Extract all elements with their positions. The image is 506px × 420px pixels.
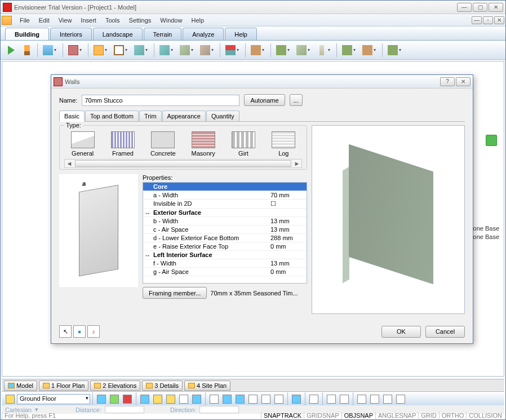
menu-settings[interactable]: Settings — [125, 16, 156, 25]
property-row[interactable]: b - Width13 mm — [143, 217, 307, 226]
walk-button[interactable] — [152, 393, 164, 405]
properties-list[interactable]: --Corea - Width70 mmInvisible in 2D☐--Ex… — [143, 182, 307, 284]
mdi-minimize[interactable]: — — [472, 16, 482, 24]
pattern-button[interactable] — [273, 393, 285, 405]
type-framed[interactable]: Framed — [104, 131, 141, 157]
dtab-basic[interactable]: Basic — [59, 110, 85, 122]
menu-window[interactable]: Window — [156, 16, 187, 25]
dtab-appearance[interactable]: Appearance — [162, 110, 206, 121]
doors-tool[interactable] — [91, 43, 110, 58]
rendered-button[interactable] — [247, 393, 259, 405]
property-row[interactable]: f - Width13 mm — [143, 259, 307, 268]
floors-tool[interactable] — [177, 43, 197, 58]
property-row[interactable]: g - Air Space0 mm — [143, 268, 307, 276]
name-input[interactable] — [82, 95, 239, 106]
close-button[interactable]: ✕ — [489, 3, 503, 12]
file-icon[interactable] — [2, 16, 12, 25]
snap-grid[interactable]: GRID — [418, 412, 439, 419]
property-row[interactable]: --Exterior Surface — [143, 209, 307, 217]
3d-button[interactable] — [121, 393, 134, 405]
scroll-thumb[interactable] — [75, 160, 291, 167]
windows-tool[interactable] — [112, 43, 131, 58]
dialog-close-button[interactable]: ✕ — [456, 77, 471, 86]
type-concrete[interactable]: Concrete — [145, 131, 181, 157]
roofs-tool[interactable] — [223, 43, 242, 58]
viewtab-elevations[interactable]: 2 Elevations — [90, 381, 140, 391]
property-row[interactable]: e - Raise Exterior Face Top0 mm — [143, 242, 307, 251]
dtab-topbottom[interactable]: Top and Bottom — [85, 110, 139, 121]
snap-gridsnap[interactable]: GRIDSNAP — [304, 412, 341, 419]
viewtab-details[interactable]: 3 Details — [142, 381, 183, 391]
property-row[interactable]: a - Width70 mm — [143, 191, 307, 200]
snap-collision[interactable]: COLLISION — [466, 412, 504, 419]
type-scrollbar[interactable]: ◄► — [64, 159, 302, 168]
viewtab-model[interactable]: Model — [4, 381, 37, 391]
camera-button[interactable] — [139, 393, 151, 405]
mdi-restore[interactable]: ▫ — [483, 16, 493, 24]
snap-anglesnap[interactable]: ANGLESNAP — [375, 412, 418, 419]
2d-button[interactable] — [95, 393, 108, 405]
tab-landscape[interactable]: Landscape — [93, 28, 143, 40]
zoomprev-button[interactable] — [381, 393, 394, 405]
menu-edit[interactable]: Edit — [34, 16, 54, 25]
surfaces-tool[interactable] — [340, 43, 359, 58]
property-row[interactable]: --Core — [143, 183, 307, 191]
select-tool[interactable] — [4, 43, 19, 58]
2d-plus-button[interactable] — [108, 393, 121, 405]
tab-analyze[interactable]: Analyze — [183, 28, 224, 40]
mdi-close[interactable]: ✕ — [494, 16, 504, 24]
timber-tool[interactable] — [360, 43, 379, 58]
look-button[interactable] — [177, 393, 190, 405]
autoname-button[interactable]: Autoname — [244, 94, 285, 106]
web-button[interactable]: ● — [73, 325, 86, 338]
property-row[interactable]: Invisible in 2D☐ — [143, 200, 307, 209]
pan-button[interactable] — [394, 393, 407, 405]
sound-button[interactable]: ♪ — [87, 325, 100, 338]
house-tool[interactable] — [41, 43, 60, 58]
shaded-button[interactable] — [234, 393, 246, 405]
scroll-left-icon[interactable]: ◄ — [65, 160, 74, 167]
user-badge-icon[interactable] — [486, 135, 497, 146]
locations-button[interactable] — [4, 393, 16, 405]
type-masonry[interactable]: Masonry — [185, 131, 221, 157]
type-general[interactable]: General — [64, 131, 101, 157]
menu-tools[interactable]: Tools — [101, 16, 125, 25]
zoomfit-button[interactable] — [369, 393, 381, 405]
ceilings-tool[interactable] — [157, 43, 176, 58]
reset-button[interactable] — [190, 393, 203, 405]
snap-snaptrack[interactable]: SNAPTRACK — [261, 412, 304, 419]
scroll-right-icon[interactable]: ► — [292, 160, 301, 167]
zoomout-button[interactable] — [338, 393, 350, 405]
type-girt[interactable]: Girt — [225, 131, 261, 157]
structure-tool[interactable] — [248, 43, 268, 58]
cancel-button[interactable]: Cancel — [425, 326, 465, 338]
floor-combo[interactable]: Ground Floor — [17, 394, 90, 404]
framing-tool[interactable] — [385, 43, 405, 58]
members-tool[interactable] — [294, 43, 313, 58]
type-log[interactable]: Log — [265, 131, 302, 157]
fly-button[interactable] — [165, 393, 177, 405]
wireframe-button[interactable] — [208, 393, 220, 405]
paint-tool[interactable] — [20, 43, 34, 58]
display-button[interactable] — [308, 393, 320, 405]
ok-button[interactable]: OK — [381, 326, 421, 338]
stairs-tool[interactable] — [198, 43, 217, 58]
walls-tool[interactable] — [66, 43, 85, 58]
viewtab-siteplan[interactable]: 4 Site Plan — [184, 381, 230, 391]
dialog-help-button[interactable]: ? — [440, 77, 455, 86]
tab-interiors[interactable]: Interiors — [50, 28, 92, 40]
browse-button[interactable]: ... — [290, 94, 303, 106]
menu-help[interactable]: Help — [187, 16, 208, 25]
tab-terrain[interactable]: Terrain — [144, 28, 182, 40]
zoomin-button[interactable] — [325, 393, 338, 405]
dtab-quantity[interactable]: Quantity — [206, 110, 239, 121]
tab-building[interactable]: Building — [5, 28, 49, 40]
minimize-button[interactable]: — — [457, 3, 472, 12]
openings-tool[interactable] — [132, 43, 151, 58]
zoomwindow-button[interactable] — [356, 393, 368, 405]
footings-tool[interactable] — [274, 43, 293, 58]
maximize-button[interactable]: ▢ — [473, 3, 487, 12]
property-row[interactable]: c - Air Space13 mm — [143, 226, 307, 234]
menu-view[interactable]: View — [54, 16, 77, 25]
viewtab-floorplan[interactable]: 1 Floor Plan — [39, 381, 88, 391]
